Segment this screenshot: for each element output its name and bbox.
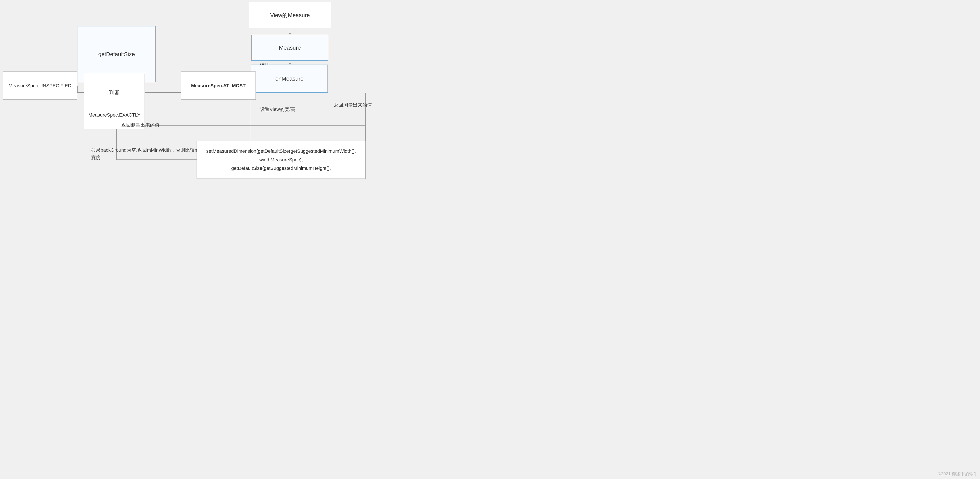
set-view-size-label: 设置View的宽/高 bbox=[260, 106, 295, 113]
on-measure-label: onMeasure bbox=[275, 75, 304, 83]
unspecified-box: MeasureSpec.UNSPECIFIED bbox=[3, 71, 77, 100]
watermark: ©2021 奔跑下的蜗牛 bbox=[938, 471, 978, 477]
measure-label: Measure bbox=[279, 44, 301, 52]
return-value-right-label: 返回测量出来的值 bbox=[334, 102, 372, 108]
view-measure-label: View的Measure bbox=[270, 11, 310, 19]
get-default-size-label: getDefaultSize bbox=[98, 50, 135, 59]
judge-label: 判断 bbox=[109, 89, 120, 97]
at-most-box: MeasureSpec.AT_MOST bbox=[181, 71, 256, 100]
on-measure-box: onMeasure bbox=[251, 65, 328, 93]
return-value-bottom-label: 返回测量出来的值 bbox=[121, 122, 159, 128]
exactly-label: MeasureSpec.EXACTLY bbox=[88, 111, 140, 119]
at-most-label: MeasureSpec.AT_MOST bbox=[191, 82, 245, 89]
set-measured-label: setMeasuredDimension(getDefaultSize(getS… bbox=[206, 147, 356, 173]
set-measured-box: setMeasuredDimension(getDefaultSize(getS… bbox=[197, 141, 366, 179]
measure-box: Measure bbox=[251, 35, 328, 61]
unspecified-label: MeasureSpec.UNSPECIFIED bbox=[9, 82, 72, 89]
view-measure-box: View的Measure bbox=[249, 2, 331, 28]
diagram-container: View的Measure Measure 调用 onMeasure 返回测量出来… bbox=[0, 0, 980, 479]
